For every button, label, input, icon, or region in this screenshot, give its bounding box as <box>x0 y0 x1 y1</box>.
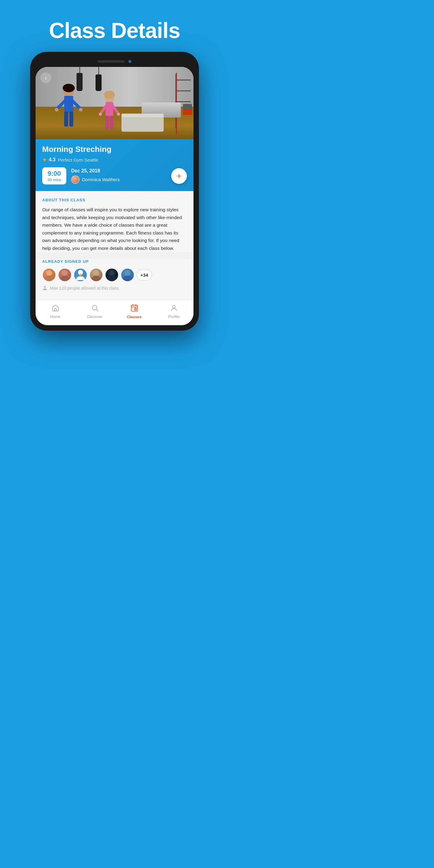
svg-point-16 <box>99 113 102 116</box>
participant-avatar-1 <box>42 268 56 282</box>
svg-rect-34 <box>54 309 56 311</box>
capacity-text: Max 120 people allowed at this class <box>50 286 119 290</box>
more-participants-badge: +34 <box>136 270 152 281</box>
class-time: 9:00 <box>46 170 62 178</box>
about-text: Our range of classes will inspire you to… <box>42 206 187 252</box>
time-box: 9:00 30 mins <box>42 167 66 184</box>
phone-camera <box>128 60 131 63</box>
participant-avatar-6 <box>121 268 134 282</box>
star-icon: ★ <box>42 156 47 163</box>
class-duration: 30 mins <box>46 178 62 182</box>
classes-icon <box>130 304 138 313</box>
nav-classes[interactable]: Classes <box>115 304 154 319</box>
hero-image: ‹ <box>36 67 193 139</box>
time-row: 9:00 30 mins Dec 25, 2018 Dominica Walth… <box>42 167 187 184</box>
instructor-avatar <box>71 176 80 184</box>
instructor-row: Dominica Walthers <box>71 176 166 184</box>
svg-point-31 <box>125 270 130 276</box>
page-title: Class Details <box>12 18 217 43</box>
bottom-navigation: Home Discover <box>36 300 193 325</box>
back-arrow-icon: ‹ <box>45 75 47 81</box>
svg-point-7 <box>55 108 59 112</box>
phone-screen: ‹ Morning Streching ★ 4.3 Perfect Gym Se… <box>36 67 193 325</box>
svg-point-32 <box>123 276 132 281</box>
svg-rect-12 <box>105 116 109 129</box>
person-icon <box>42 285 48 291</box>
nav-home[interactable]: Home <box>36 304 75 319</box>
svg-rect-4 <box>69 112 73 127</box>
instructor-name: Dominica Walthers <box>82 177 120 182</box>
nav-profile[interactable]: Profile <box>154 304 193 319</box>
class-date: Dec 25, 2018 <box>71 168 166 174</box>
svg-point-33 <box>44 286 46 288</box>
svg-rect-11 <box>105 102 113 116</box>
svg-point-8 <box>79 108 83 112</box>
avatars-row: +34 <box>42 268 187 282</box>
capacity-row: Max 120 people allowed at this class <box>42 285 187 295</box>
discover-icon <box>91 304 99 313</box>
participant-avatar-2 <box>58 268 72 282</box>
nav-discover[interactable]: Discover <box>75 304 115 319</box>
svg-rect-3 <box>64 112 68 127</box>
signed-up-section: ALREADY SIGNED UP <box>36 259 193 300</box>
svg-rect-37 <box>131 305 137 311</box>
svg-rect-13 <box>110 116 113 129</box>
page-header: Class Details <box>0 0 229 52</box>
svg-point-27 <box>93 270 99 276</box>
home-icon <box>52 304 59 313</box>
about-label: ABOUT THIS CLASS <box>42 198 187 202</box>
profile-icon <box>170 304 178 313</box>
class-name: Morning Streching <box>42 145 187 154</box>
time-details: Dec 25, 2018 Dominica Walthers <box>71 168 166 184</box>
svg-point-1 <box>63 84 75 92</box>
svg-rect-2 <box>64 96 73 113</box>
svg-point-10 <box>104 91 115 98</box>
phone-notch <box>36 57 193 66</box>
about-section: ABOUT THIS CLASS Our range of classes wi… <box>36 191 193 252</box>
phone-speaker <box>98 60 125 63</box>
svg-point-43 <box>173 306 175 308</box>
home-label: Home <box>50 314 61 319</box>
participant-avatar-3 <box>73 268 87 282</box>
participant-avatar-5 <box>105 268 119 282</box>
profile-label: Profile <box>168 314 179 319</box>
svg-line-36 <box>96 310 98 311</box>
class-info-card: Morning Streching ★ 4.3 Perfect Gym Seat… <box>36 138 193 191</box>
svg-point-21 <box>44 276 53 281</box>
svg-rect-19 <box>121 114 164 117</box>
gym-name: Perfect Gym Seattle <box>58 157 98 162</box>
svg-point-22 <box>62 270 67 276</box>
signed-up-label: ALREADY SIGNED UP <box>42 259 187 264</box>
svg-point-23 <box>60 276 69 281</box>
participant-avatar-4 <box>89 268 103 282</box>
rating-value: 4.3 <box>49 157 56 162</box>
plus-icon: + <box>177 172 181 180</box>
svg-point-17 <box>117 113 120 116</box>
classes-label: Classes <box>127 315 142 319</box>
gym-figures <box>36 67 193 139</box>
svg-point-28 <box>92 276 100 281</box>
discover-label: Discover <box>87 314 102 319</box>
rating-row: ★ 4.3 Perfect Gym Seattle <box>42 156 187 163</box>
svg-point-30 <box>107 276 116 281</box>
svg-point-29 <box>109 270 115 276</box>
svg-point-20 <box>46 270 52 276</box>
add-class-button[interactable]: + <box>171 168 187 184</box>
phone-frame: ‹ Morning Streching ★ 4.3 Perfect Gym Se… <box>30 52 199 331</box>
back-button[interactable]: ‹ <box>40 72 51 83</box>
